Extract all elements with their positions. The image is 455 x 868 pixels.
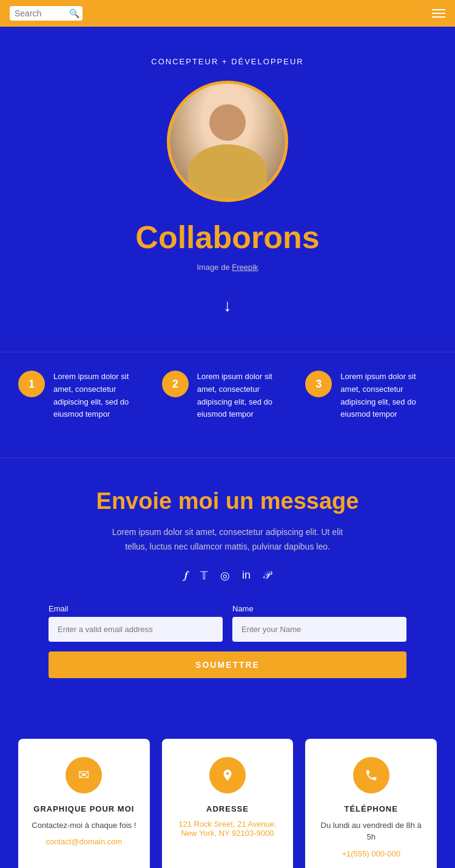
facebook-icon[interactable]: 𝒇 <box>184 569 188 582</box>
name-label: Name <box>232 604 406 613</box>
search-input[interactable] <box>15 8 69 18</box>
step-3-text: Lorem ipsum dolor sit amet, consectetur … <box>340 371 437 421</box>
pinterest-icon[interactable]: 𝒫 <box>263 569 271 582</box>
submit-button[interactable]: SOUMETTRE <box>49 651 406 678</box>
card-phone-text: Du lundi au vendredi de 8h à 5h <box>317 819 425 843</box>
card-address-link[interactable]: 121 Rock Sreet, 21 Avenue, New York, NY … <box>178 819 277 838</box>
step-2-circle: 2 <box>162 371 189 397</box>
hamburger-line-3 <box>432 16 445 18</box>
twitter-icon[interactable]: 𝕋 <box>200 569 208 582</box>
hero-credit: Image de Freepik <box>197 263 258 272</box>
linkedin-icon[interactable]: in <box>242 569 251 582</box>
freepik-link[interactable]: Freepik <box>232 263 258 272</box>
hero-subtitle: CONCEPTEUR + DÉVELOPPEUR <box>151 57 303 66</box>
card-email-title: GRAPHIQUE POUR MOI <box>33 804 134 813</box>
step-3-circle: 3 <box>305 371 332 397</box>
contact-card-phone: TÉLÉPHONE Du lundi au vendredi de 8h à 5… <box>305 739 437 868</box>
message-title: Envoie moi un message <box>49 488 406 514</box>
card-email-link[interactable]: contact@domain.com <box>46 837 122 846</box>
phone-icon <box>353 757 389 793</box>
card-address-title: ADRESSE <box>206 804 249 813</box>
email-label: Email <box>49 604 223 613</box>
location-icon <box>209 757 246 793</box>
hamburger-line-2 <box>432 13 445 14</box>
message-description: Lorem ipsum dolor sit amet, consectetur … <box>106 525 349 554</box>
search-box[interactable]: 🔍 <box>10 6 83 21</box>
instagram-icon[interactable]: ◎ <box>220 569 230 582</box>
step-2: 2 Lorem ipsum dolor sit amet, consectetu… <box>162 371 294 421</box>
step-1: 1 Lorem ipsum dolor sit amet, consectetu… <box>18 371 150 421</box>
card-email-text: Contactez-moi à chaque fois ! <box>32 819 136 832</box>
hamburger-line-1 <box>432 9 445 10</box>
step-1-text: Lorem ipsum dolor sit amet, consectetur … <box>53 371 150 421</box>
header: 🔍 <box>0 0 455 27</box>
search-icon: 🔍 <box>69 8 79 18</box>
avatar-image <box>170 84 285 199</box>
contact-form-row: Email Name <box>49 604 406 642</box>
message-section: Envoie moi un message Lorem ipsum dolor … <box>0 457 455 715</box>
email-icon: ✉ <box>66 757 102 793</box>
name-input[interactable] <box>232 617 406 642</box>
credit-text: Image de <box>197 263 232 272</box>
contact-section: ✉ GRAPHIQUE POUR MOI Contactez-moi à cha… <box>0 715 455 868</box>
contact-card-email: ✉ GRAPHIQUE POUR MOI Contactez-moi à cha… <box>18 739 150 868</box>
step-2-text: Lorem ipsum dolor sit amet, consectetur … <box>197 371 294 421</box>
hamburger-menu[interactable] <box>432 9 445 18</box>
step-1-circle: 1 <box>18 371 45 397</box>
contact-card-address: ADRESSE 121 Rock Sreet, 21 Avenue, New Y… <box>162 739 294 868</box>
hero-section: CONCEPTEUR + DÉVELOPPEUR Collaborons Ima… <box>0 27 455 352</box>
step-3: 3 Lorem ipsum dolor sit amet, consectetu… <box>305 371 437 421</box>
avatar <box>167 81 288 202</box>
card-phone-title: TÉLÉPHONE <box>344 804 397 813</box>
name-field-group: Name <box>232 604 406 642</box>
social-icons-row: 𝒇 𝕋 ◎ in 𝒫 <box>49 569 406 582</box>
hero-title: Collaborons <box>135 219 319 255</box>
email-field-group: Email <box>49 604 223 642</box>
email-input[interactable] <box>49 617 223 642</box>
scroll-arrow: ↓ <box>223 296 232 315</box>
steps-section: 1 Lorem ipsum dolor sit amet, consectetu… <box>0 352 455 457</box>
card-phone-link[interactable]: +1(555) 000-000 <box>342 849 400 858</box>
